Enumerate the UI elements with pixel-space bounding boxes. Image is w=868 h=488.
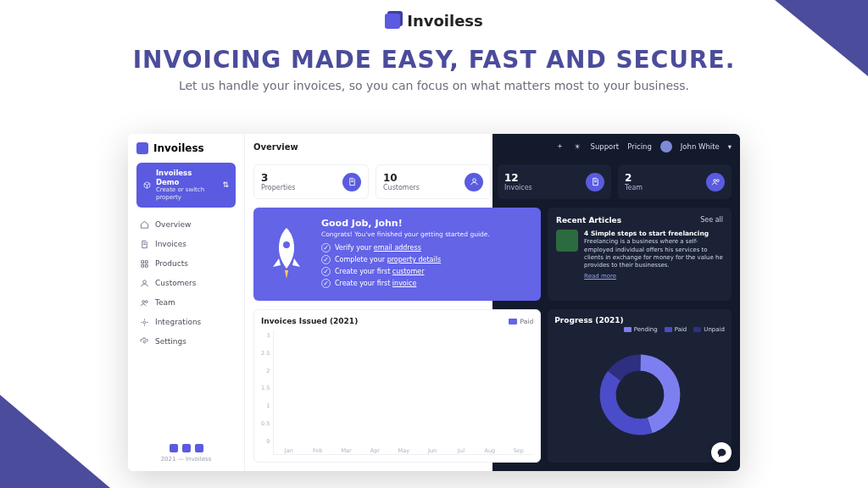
property-subtitle: Create or switch property bbox=[156, 186, 218, 202]
decor-triangle-top bbox=[775, 0, 868, 76]
svg-point-10 bbox=[713, 180, 715, 182]
theme-toggle-icon[interactable]: ☀ bbox=[573, 142, 582, 152]
nav-icon bbox=[140, 220, 149, 230]
svg-point-6 bbox=[145, 301, 147, 303]
main-area: Overview ＋ ☀ Support Pricing John White … bbox=[245, 134, 740, 471]
legend-swatch bbox=[509, 319, 517, 324]
linkedin-icon[interactable] bbox=[195, 444, 203, 452]
legend-unpaid: Unpaid bbox=[693, 326, 725, 333]
welcome-title: Good Job, John! bbox=[321, 218, 490, 229]
sidebar-item-invoices[interactable]: Invoices bbox=[136, 236, 236, 253]
svg-point-5 bbox=[142, 301, 145, 303]
stat-badge-icon bbox=[586, 173, 604, 191]
svg-point-7 bbox=[143, 321, 146, 324]
sidebar: Invoiless Invoiless Demo Create or switc… bbox=[128, 134, 245, 471]
svg-rect-3 bbox=[145, 264, 147, 267]
welcome-card: Good Job, John! Congrats! You've finishe… bbox=[253, 208, 541, 301]
sidebar-item-customers[interactable]: Customers bbox=[136, 274, 236, 292]
hero-brand-text: Invoiless bbox=[407, 12, 483, 30]
see-all-link[interactable]: See all bbox=[700, 216, 723, 225]
sidebar-item-overview[interactable]: Overview bbox=[136, 216, 236, 234]
app-window: Invoiless Invoiless Demo Create or switc… bbox=[128, 134, 740, 471]
rocket-icon bbox=[264, 218, 309, 291]
topbar: Overview ＋ ☀ Support Pricing John White … bbox=[245, 134, 740, 159]
stat-team[interactable]: 2Team bbox=[618, 164, 732, 199]
svg-point-4 bbox=[143, 280, 147, 284]
welcome-subtitle: Congrats! You've finished your getting s… bbox=[321, 230, 490, 238]
bar-Apr: Apr bbox=[364, 445, 387, 454]
sidebar-item-products[interactable]: Products bbox=[136, 255, 236, 273]
sidebar-brand-text: Invoiless bbox=[153, 142, 204, 154]
task-item[interactable]: Create your first invoice bbox=[321, 279, 490, 288]
chevron-down-icon[interactable]: ▾ bbox=[728, 142, 732, 151]
svg-point-8 bbox=[143, 341, 146, 343]
read-more-link[interactable]: Read more bbox=[584, 273, 616, 280]
bar-Sep: Sep bbox=[507, 445, 530, 454]
chevron-updown-icon: ⇅ bbox=[222, 180, 229, 190]
pricing-link[interactable]: Pricing bbox=[627, 142, 652, 151]
article-thumbnail bbox=[556, 230, 578, 252]
legend-pending: Pending bbox=[624, 326, 658, 333]
chat-button[interactable] bbox=[711, 442, 732, 463]
decor-triangle-bottom bbox=[0, 395, 110, 488]
sidebar-item-settings[interactable]: Settings bbox=[136, 333, 236, 351]
twitter-icon[interactable] bbox=[170, 444, 178, 452]
chart-title: Invoices Issued (2021) bbox=[261, 317, 358, 325]
task-item[interactable]: Verify your email address bbox=[321, 243, 490, 252]
cube-icon bbox=[143, 180, 151, 190]
bar-May: May bbox=[392, 445, 415, 454]
hero-brand: Invoiless bbox=[385, 12, 483, 30]
stat-badge-icon bbox=[342, 173, 361, 191]
chat-icon bbox=[716, 447, 727, 458]
article-title[interactable]: 4 Simple steps to start freelancing bbox=[584, 230, 723, 238]
nav-icon bbox=[140, 279, 149, 288]
logo-icon bbox=[136, 142, 148, 154]
copyright: 2021 — Invoiless bbox=[161, 456, 212, 463]
bar-Jul: Jul bbox=[450, 445, 473, 454]
sidebar-item-integrations[interactable]: Integrations bbox=[136, 313, 236, 331]
task-item[interactable]: Complete your property details bbox=[321, 255, 490, 264]
bar-Mar: Mar bbox=[335, 445, 358, 454]
progress-title: Progress (2021) bbox=[554, 316, 725, 324]
stat-invoices[interactable]: 12Invoices bbox=[498, 164, 611, 199]
bar-Aug: Aug bbox=[478, 445, 501, 454]
plus-icon[interactable]: ＋ bbox=[555, 142, 565, 152]
user-name[interactable]: John White bbox=[681, 142, 720, 151]
logo-icon bbox=[385, 14, 400, 29]
bar-plot: JanFebMarAprMayJunJulAugSep bbox=[273, 330, 533, 455]
sidebar-footer: 2021 — Invoiless bbox=[136, 444, 236, 463]
article-excerpt: Freelancing is a business where a self-e… bbox=[584, 238, 723, 270]
hero-headline: INVOICING MADE EASY, FAST AND SECURE. bbox=[0, 46, 868, 74]
stats-row: 3Properties10Customers12Invoices2Team bbox=[245, 159, 740, 204]
svg-point-12 bbox=[283, 241, 290, 248]
task-item[interactable]: Create your first customer bbox=[321, 267, 490, 276]
stat-customers[interactable]: 10Customers bbox=[376, 164, 491, 199]
hero-subhead: Let us handle your invoices, so you can … bbox=[0, 79, 868, 92]
svg-rect-1 bbox=[145, 261, 147, 263]
chart-legend: Paid bbox=[509, 318, 534, 325]
sidebar-brand: Invoiless bbox=[136, 142, 236, 154]
bar-Feb: Feb bbox=[306, 445, 329, 454]
stat-badge-icon bbox=[465, 173, 483, 191]
property-switcher[interactable]: Invoiless Demo Create or switch property… bbox=[136, 163, 236, 208]
support-link[interactable]: Support bbox=[591, 142, 620, 151]
welcome-tasks: Verify your email addressComplete your p… bbox=[321, 243, 490, 288]
svg-rect-2 bbox=[142, 264, 144, 267]
stat-properties[interactable]: 3Properties bbox=[253, 164, 369, 199]
nav-icon bbox=[140, 337, 149, 347]
sidebar-item-team[interactable]: Team bbox=[136, 294, 236, 312]
stat-badge-icon bbox=[706, 173, 725, 191]
progress-legend: PendingPaidUnpaid bbox=[554, 326, 725, 333]
bar-Jun: Jun bbox=[421, 445, 444, 454]
avatar[interactable] bbox=[660, 141, 672, 152]
property-title: Invoiless Demo bbox=[156, 169, 218, 186]
facebook-icon[interactable] bbox=[182, 444, 191, 452]
y-axis: 32.521.510.50 bbox=[261, 330, 273, 455]
nav-icon bbox=[140, 298, 149, 308]
svg-point-11 bbox=[716, 180, 719, 182]
donut-chart bbox=[554, 333, 725, 456]
progress-card: Progress (2021) PendingPaidUnpaid bbox=[548, 309, 732, 463]
sidebar-nav: OverviewInvoicesProductsCustomersTeamInt… bbox=[136, 216, 236, 351]
articles-card: Recent Articles See all 4 Simple steps t… bbox=[548, 208, 732, 301]
articles-heading: Recent Articles bbox=[556, 216, 621, 225]
